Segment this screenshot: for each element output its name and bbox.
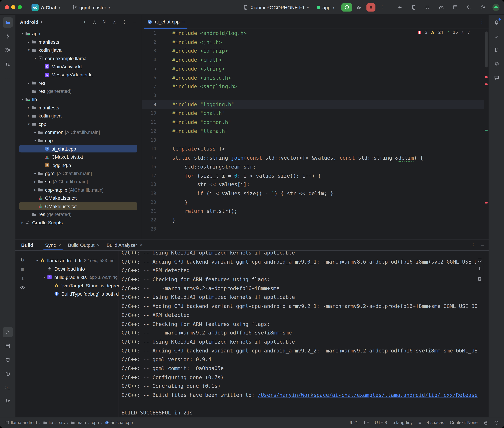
breadcrumb-item-lib[interactable]: lib: [43, 420, 53, 425]
fullscreen-window-button[interactable]: [18, 5, 22, 9]
project-view-selector[interactable]: Android: [20, 19, 38, 25]
line-separator-widget[interactable]: LF: [364, 420, 369, 425]
settings-icon[interactable]: [479, 4, 487, 11]
chevron-down-icon[interactable]: ▾: [20, 98, 25, 101]
minimize-window-button[interactable]: [11, 5, 16, 9]
previous-problem-icon[interactable]: ∧: [461, 30, 464, 34]
console-file-link[interactable]: /Users/hanyin/Workspace/ai-chat/examples…: [258, 392, 478, 398]
run-configuration-selector[interactable]: app ▾: [314, 3, 337, 12]
eye-icon[interactable]: [19, 284, 26, 291]
chevron-right-icon[interactable]: ▸: [20, 221, 25, 224]
search-icon[interactable]: [465, 4, 473, 11]
chevron-down-icon[interactable]: ▾: [35, 259, 39, 262]
chevron-right-icon[interactable]: ▸: [26, 40, 31, 44]
chevron-right-icon[interactable]: ▸: [33, 180, 38, 183]
vcs-branch-selector[interactable]: ggml-master ▾: [69, 3, 113, 12]
terminal-tool-button[interactable]: >_: [2, 382, 13, 393]
code-line-19[interactable]: 19 if (i < values.size() - 1) { str << d…: [142, 189, 484, 198]
profiler-icon[interactable]: [437, 4, 445, 11]
chevron-down-icon[interactable]: ▾: [33, 57, 38, 60]
device-selector[interactable]: Xiaomi POCOPHONE F1 ▾: [240, 3, 311, 12]
code-line-9[interactable]: 9#include "logging.h": [142, 100, 484, 109]
code-editor[interactable]: 1#include <android/log.h>2#include <jni.…: [142, 29, 484, 239]
code-line-17[interactable]: 17 for (size_t i = 0; i < values.size();…: [142, 171, 484, 180]
build-event--jvmtarget-string-is-deprec[interactable]: 'jvmTarget: String' is deprec: [29, 281, 119, 290]
close-tab-icon[interactable]: ×: [140, 243, 142, 247]
breadcrumb-item-llama-android[interactable]: llama.android: [5, 420, 37, 425]
pin-button[interactable]: ↧: [19, 275, 26, 282]
code-line-3[interactable]: 3#include <iomanip>: [142, 47, 484, 56]
code-line-10[interactable]: 10#include "chat.h": [142, 109, 484, 118]
tree-item-manifests[interactable]: ▸manifests: [16, 103, 142, 112]
build-tool-button[interactable]: [2, 327, 13, 337]
logcat-icon[interactable]: [424, 4, 431, 11]
stop-button[interactable]: [367, 3, 375, 12]
readonly-lock-icon[interactable]: [483, 420, 488, 425]
project-tool-button[interactable]: [2, 17, 13, 28]
debug-button[interactable]: [355, 4, 363, 11]
locate-file-button[interactable]: ◎: [92, 19, 97, 25]
error-stripe-mark[interactable]: [485, 202, 488, 204]
inspections-widget[interactable]: 3 24 ✓ 15 ∧ ∨: [417, 30, 470, 35]
tree-item-cpp-httplib[interactable]: ▸cpp-httplib [AiChat.lib.main]: [16, 186, 142, 194]
tree-item-manifests[interactable]: ▸manifests: [16, 38, 142, 46]
hide-build-panel-button[interactable]: ─: [481, 243, 484, 247]
gradle-tool-button[interactable]: [491, 31, 502, 41]
user-avatar[interactable]: [492, 4, 500, 11]
soft-wrap-icon[interactable]: [476, 256, 483, 264]
tree-item-res[interactable]: res (generated): [16, 210, 142, 219]
build-tab-build-analyzer[interactable]: Build Analyzer ×: [103, 239, 146, 250]
add-button[interactable]: +: [82, 19, 87, 25]
code-line-11[interactable]: 11#include "common.h": [142, 118, 484, 127]
formatter-icon[interactable]: ≡: [419, 420, 421, 425]
code-line-12[interactable]: 12#include "llama.h": [142, 127, 484, 136]
code-line-15[interactable]: 15static std::string join(const std::vec…: [142, 153, 484, 162]
panel-options-button[interactable]: ⋮: [122, 19, 128, 25]
studio-bot-icon[interactable]: [396, 4, 404, 11]
code-line-13[interactable]: 13: [142, 136, 484, 145]
tree-item-cmakelists-txt[interactable]: CMakeLists.txt: [16, 202, 142, 210]
tree-item-kotlin-java[interactable]: ▾kotlin+java: [16, 46, 142, 54]
editor-options-button[interactable]: ⋮: [479, 18, 485, 25]
tree-item-res[interactable]: res (generated): [16, 87, 142, 95]
close-tab-icon[interactable]: ×: [59, 243, 61, 247]
clang-tidy-widget[interactable]: .clang-tidy: [393, 420, 413, 425]
code-line-7[interactable]: 7#include <sampling.h>: [142, 82, 484, 91]
device-explorer-tool-button[interactable]: [2, 341, 13, 351]
code-line-16[interactable]: 16 std::ostringstream str;: [142, 162, 484, 171]
layout-inspector-tool-button[interactable]: [491, 59, 502, 69]
build-event-buildtype-debug-is-both-de[interactable]: BuildType 'debug' is both de: [29, 290, 119, 298]
code-line-6[interactable]: 6#include <unistd.h>: [142, 73, 484, 82]
tree-item-cmakelists-txt[interactable]: CMakeLists.txt: [16, 153, 142, 161]
device-manager-tool-button[interactable]: [491, 45, 502, 55]
chevron-down-icon[interactable]: ▾: [26, 122, 31, 126]
code-line-4[interactable]: 4#include <cmath>: [142, 56, 484, 65]
tree-item-com-example-llama[interactable]: ▾com.example.llama: [16, 54, 142, 62]
code-line-8[interactable]: 8: [142, 91, 484, 100]
tree-item-gradle-scripts[interactable]: ▸Gradle Scripts: [16, 219, 142, 227]
encoding-widget[interactable]: UTF-8: [375, 420, 387, 425]
build-panel-title[interactable]: Build: [21, 242, 33, 248]
error-stripe-mark[interactable]: [485, 76, 488, 78]
code-line-18[interactable]: 18 str << values[i];: [142, 180, 484, 189]
clear-console-icon[interactable]: [476, 275, 483, 282]
rerun-sync-button[interactable]: ↻: [19, 256, 26, 263]
chevron-right-icon[interactable]: ▸: [26, 106, 31, 109]
logcat-tool-button[interactable]: [2, 355, 13, 365]
more-tool-windows-button[interactable]: ⋯: [2, 73, 13, 83]
tree-item-cmakelists-txt[interactable]: CMakeLists.txt: [16, 194, 142, 202]
build-event-download-info[interactable]: Download info: [29, 265, 119, 273]
assistant-tool-button[interactable]: [491, 73, 502, 83]
collapse-all-button[interactable]: ∧: [111, 19, 117, 25]
chevron-right-icon[interactable]: ▸: [33, 172, 38, 175]
tree-item-kotlin-java[interactable]: ▸kotlin+java: [16, 112, 142, 120]
breadcrumb-item-ai-chat-cpp[interactable]: C+ai_chat.cpp: [105, 420, 133, 425]
tree-item-ggml[interactable]: ▸ggml [AiChat.lib.main]: [16, 169, 142, 177]
chevron-down-icon[interactable]: ▾: [41, 20, 42, 24]
chevron-right-icon[interactable]: ▸: [33, 131, 38, 134]
close-window-button[interactable]: [5, 5, 9, 9]
build-tab-sync[interactable]: Sync ×: [42, 239, 64, 250]
run-button[interactable]: [342, 3, 352, 12]
device-manager-icon[interactable]: [451, 4, 459, 11]
tree-item-mainactivity-kt[interactable]: KMainActivity.kt: [16, 62, 142, 71]
